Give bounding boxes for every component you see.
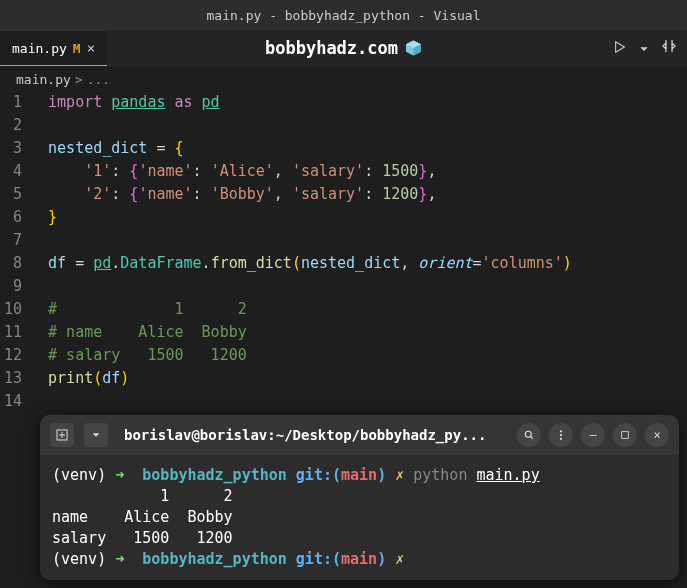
new-tab-icon[interactable] <box>50 423 74 447</box>
menu-icon[interactable] <box>549 423 573 447</box>
close-icon[interactable]: × <box>645 423 669 447</box>
breadcrumb-file: main.py <box>16 72 71 87</box>
chevron-down-icon[interactable] <box>639 39 649 58</box>
close-icon[interactable]: × <box>87 40 95 56</box>
run-icon[interactable] <box>613 39 627 58</box>
svg-rect-5 <box>622 432 629 439</box>
terminal-panel: borislav@borislav:~/Desktop/bobbyhadz_py… <box>40 415 679 580</box>
svg-point-1 <box>525 431 531 437</box>
tab-modified-indicator: M <box>73 41 81 56</box>
search-icon[interactable] <box>517 423 541 447</box>
center-brand: bobbyhadz.com <box>265 38 422 58</box>
window-title: main.py - bobbyhadz_python - Visual <box>207 8 481 23</box>
terminal-header: borislav@borislav:~/Desktop/bobbyhadz_py… <box>40 415 679 455</box>
maximize-icon[interactable] <box>613 423 637 447</box>
breadcrumb[interactable]: main.py > ... <box>0 67 687 91</box>
breadcrumb-sep: > <box>75 72 83 87</box>
terminal-body[interactable]: (venv) ➜ bobbyhadz_python git:(main) ✗ p… <box>40 455 679 580</box>
package-icon <box>404 39 422 57</box>
brand-text: bobbyhadz.com <box>265 38 398 58</box>
dropdown-icon[interactable] <box>84 423 108 447</box>
svg-point-4 <box>560 438 562 440</box>
line-gutter: 1234567891011121314 <box>0 91 30 413</box>
svg-point-2 <box>560 430 562 432</box>
terminal-title: borislav@borislav:~/Desktop/bobbyhadz_py… <box>118 427 507 443</box>
compare-icon[interactable] <box>661 38 677 58</box>
editor-actions <box>613 38 677 58</box>
code-content[interactable]: import pandas as pd nested_dict = { '1':… <box>30 91 687 413</box>
tab-bar: main.py M × bobbyhadz.com <box>0 30 687 67</box>
code-editor[interactable]: 1234567891011121314 import pandas as pd … <box>0 91 687 413</box>
svg-point-3 <box>560 434 562 436</box>
tab-main-py[interactable]: main.py M × <box>0 30 107 66</box>
breadcrumb-more: ... <box>87 72 110 87</box>
tab-label: main.py <box>12 41 67 56</box>
window-titlebar: main.py - bobbyhadz_python - Visual <box>0 0 687 30</box>
minimize-icon[interactable]: — <box>581 423 605 447</box>
